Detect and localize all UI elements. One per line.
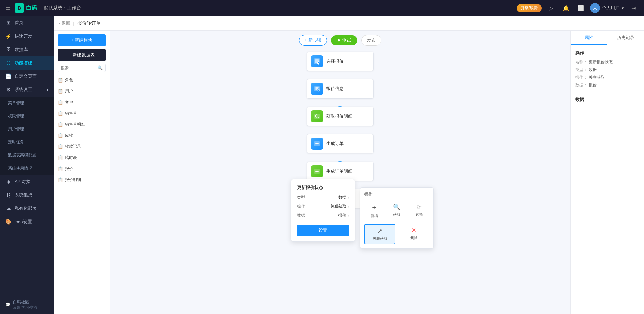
sidebar-item-logoset[interactable]: 🎨 logo设置 [0, 215, 54, 229]
play-icon[interactable]: ▷ [546, 3, 556, 13]
more-icon[interactable]: ··· [102, 155, 106, 160]
popup-row-value[interactable]: 数据 › [338, 195, 349, 200]
user-menu[interactable]: 人 个人用户 ▾ [590, 3, 624, 13]
node-more-icon[interactable]: ⋮ [365, 141, 371, 147]
new-module-button[interactable]: + 新建模块 [58, 34, 106, 46]
more-icon[interactable]: ··· [102, 89, 106, 94]
popup-title: 更新报价状态 [297, 185, 349, 191]
action-add[interactable]: + 新增 [364, 201, 384, 221]
node-more-icon[interactable]: ⋮ [365, 113, 371, 120]
filter-icon[interactable]: ⫶ [99, 144, 101, 149]
test-button[interactable]: ▶ 测试 [331, 35, 358, 45]
add-step-button[interactable]: + 新步骤 [299, 35, 327, 46]
sidebar-item-usermgmt[interactable]: 用户管理 [0, 123, 54, 136]
sidebar-item-funcbuild[interactable]: ⬡ 功能搭建 [0, 56, 54, 70]
sidebar-item-privatedep[interactable]: ☁ 私有化部署 [0, 202, 54, 215]
sidebar-item-tableadv[interactable]: 数据表高级配置 [0, 149, 54, 162]
filter-icon[interactable]: ⫶ [99, 89, 101, 94]
sidebar-item-quickdev[interactable]: ⚡ 快速开发 [0, 29, 54, 43]
node-more-icon[interactable]: ⋮ [365, 58, 371, 65]
popup-row-value[interactable]: 关联获取 › [330, 204, 349, 209]
sidebar-item-sysusage[interactable]: 系统使用情况 [0, 162, 54, 175]
tab-history[interactable]: 历史记录 [607, 31, 644, 45]
search-input[interactable] [61, 66, 96, 70]
list-item[interactable]: 📋 报价明细 ⫶ ··· [54, 174, 110, 185]
more-icon[interactable]: ··· [102, 78, 106, 83]
sidebar-item-menumgmt[interactable]: 菜单管理 [0, 97, 54, 110]
list-item[interactable]: 📋 应收 ⫶ ··· [54, 130, 110, 141]
list-item[interactable]: 📋 客户 ⫶ ··· [54, 97, 110, 108]
database-icon: 🗄 [5, 47, 11, 53]
filter-icon[interactable]: ⫶ [99, 78, 101, 83]
filter-icon[interactable]: ⫶ [99, 122, 101, 127]
sidebar-item-home[interactable]: ⊞ 首页 [0, 16, 54, 29]
flow-node-get-quote-detail[interactable]: 获取报价明细 ⋮ [307, 107, 374, 126]
list-item[interactable]: 📋 报价 ⫶ ··· [54, 163, 110, 174]
tab-properties[interactable]: 属性 [571, 31, 607, 45]
flow-node-gen-order[interactable]: 生成订单 ⋮ [307, 134, 374, 153]
sidebar-item-scheduled[interactable]: 定时任务 [0, 136, 54, 149]
filter-icon[interactable]: ⫶ [99, 155, 101, 160]
more-icon[interactable]: ··· [102, 122, 106, 127]
right-panel: 属性 历史记录 操作 名称： 更新报价状态 类型： 数据 操作： 关联 [570, 31, 644, 314]
right-panel-content: 操作 名称： 更新报价状态 类型： 数据 操作： 关联获取 数据： [571, 45, 644, 314]
flow-node-wrapper: 报价信息 ⋮ [307, 79, 374, 107]
node-label: 获取报价明细 [326, 113, 369, 119]
help-icon[interactable]: ⬜ [575, 3, 586, 13]
sidebar-item-permmgmt[interactable]: 权限管理 [0, 110, 54, 123]
sidebar-item-api[interactable]: ◈ API对接 [0, 175, 54, 188]
notification-icon[interactable]: 🔔 [560, 3, 571, 13]
node-more-icon[interactable]: ⋮ [365, 168, 371, 175]
list-item[interactable]: 📋 临时表 ⫶ ··· [54, 152, 110, 163]
flow-node-select-quote[interactable]: 选择报价 ⋮ [307, 52, 374, 71]
node-icon [311, 110, 323, 122]
list-item[interactable]: 📋 收款记录 ⫶ ··· [54, 141, 110, 152]
right-row-label: 数据： [575, 82, 587, 88]
table-icon: 📋 [58, 122, 63, 127]
action-get[interactable]: 🔍 获取 [387, 201, 407, 221]
action-grid: + 新增 🔍 获取 ☞ 选择 [364, 201, 429, 221]
collapse-icon[interactable]: ⇥ [628, 3, 639, 13]
action-assoc-get[interactable]: ↗ 关联获取 [364, 224, 395, 244]
filter-icon[interactable]: ⫶ [99, 111, 101, 116]
update-status-popup: 更新报价状态 类型 数据 › 操作 关联获取 › [291, 179, 355, 242]
sidebar-item-database[interactable]: 🗄 数据库 [0, 43, 54, 56]
more-icon[interactable]: ··· [102, 133, 106, 138]
filter-icon[interactable]: ⫶ [99, 167, 101, 171]
action-delete[interactable]: ✕ 删除 [398, 224, 429, 244]
search-icon[interactable]: 🔍 [97, 65, 103, 70]
sidebar-item-sysinteg[interactable]: ⛓ 系统集成 [0, 188, 54, 202]
set-button[interactable]: 设置 [297, 225, 349, 236]
popup-row-value[interactable]: 报价 › [338, 213, 349, 218]
flow-node-gen-order-detail[interactable]: 生成订单明细 ⋮ [307, 162, 374, 181]
list-item[interactable]: 📋 销售单 ⫶ ··· [54, 108, 110, 119]
flow-node-quote-info[interactable]: 报价信息 ⋮ [307, 79, 374, 99]
list-item[interactable]: 📋 用户 ⫶ ··· [54, 86, 110, 97]
api-icon: ◈ [5, 179, 11, 185]
more-icon[interactable]: ··· [102, 144, 106, 149]
more-icon[interactable]: ··· [102, 111, 106, 116]
community-link[interactable]: 💬 白码社区 反馈·学习·交流 [5, 299, 48, 310]
more-icon[interactable]: ··· [102, 178, 106, 182]
more-icon[interactable]: ··· [102, 100, 106, 105]
sidebar-item-syssettings[interactable]: ⚙ 系统设置 ▾ [0, 83, 54, 97]
upgrade-button[interactable]: 升级/续费 [517, 4, 542, 12]
new-table-button[interactable]: + 新建数据表 [58, 49, 106, 61]
publish-button[interactable]: 发布 [361, 35, 381, 46]
list-item[interactable]: 📋 角色 ⫶ ··· [54, 75, 110, 86]
back-button[interactable]: ‹ 返回 [59, 20, 70, 26]
filter-icon[interactable]: ⫶ [99, 133, 101, 138]
funcbuild-icon: ⬡ [5, 60, 11, 66]
module-list: 📋 角色 ⫶ ··· 📋 用户 [54, 75, 110, 314]
flow-node-wrapper: 获取报价明细 ⋮ [307, 107, 374, 134]
module-panel: + 新建模块 + 新建数据表 🔍 📋 角色 ⫶ ··· [54, 31, 110, 314]
more-icon[interactable]: ··· [102, 167, 106, 171]
filter-icon[interactable]: ⫶ [99, 100, 101, 105]
menu-icon[interactable]: ☰ [5, 4, 11, 12]
flow-node-wrapper: 选择报价 ⋮ [307, 52, 374, 79]
action-select[interactable]: ☞ 选择 [410, 201, 429, 221]
node-more-icon[interactable]: ⋮ [365, 86, 371, 92]
filter-icon[interactable]: ⫶ [99, 178, 101, 182]
list-item[interactable]: 📋 销售单明细 ⫶ ··· [54, 119, 110, 130]
sidebar-item-custompage[interactable]: 📄 自定义页面 [0, 70, 54, 83]
